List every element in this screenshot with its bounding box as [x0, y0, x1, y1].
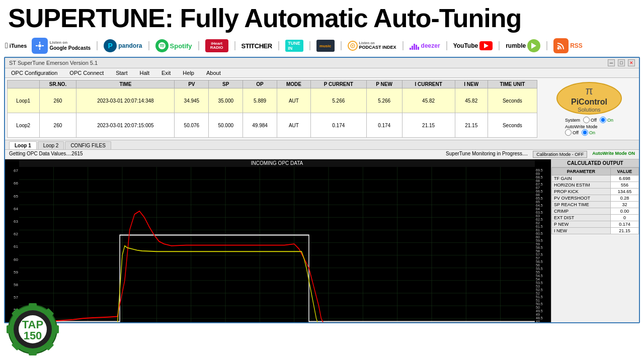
menu-bar: OPC Configuration OPC Connect Start Halt… [5, 68, 639, 78]
menu-start[interactable]: Start [114, 69, 129, 76]
col-pnew: P NEW [366, 80, 402, 88]
param-name: P NEW [552, 221, 611, 228]
close-button[interactable]: ✕ [628, 59, 635, 66]
spotify-icon[interactable]: Spotify [155, 39, 192, 52]
app-title: ST SuperTune Emerson Version 5.1 [9, 60, 98, 66]
param-name: PV OVERSHOOT [552, 195, 611, 202]
table-row: PV OVERSHOOT 0.28 [552, 195, 639, 202]
separator [148, 41, 149, 50]
cell-loop: Loop2 [8, 113, 40, 138]
picontrol-logo-area: π PiControl Solutions System Off On Auto… [541, 80, 637, 138]
autowrite-off-radio[interactable]: Off [565, 129, 579, 136]
cell-time: 2023-03-01 20:07:15:005 [76, 113, 175, 138]
system-off-radio[interactable]: Off [583, 117, 597, 123]
tabs-area: Loop 1 Loop 2 CONFIG FILES [5, 140, 639, 150]
col-sp: SP [209, 80, 243, 88]
system-on-radio[interactable]: On [600, 117, 613, 123]
app-window: ST SuperTune Emerson Version 5.1 ─ □ ✕ O… [4, 57, 640, 323]
cell-pv: 50.076 [175, 113, 209, 138]
autowrite-on-radio[interactable]: On [582, 129, 595, 136]
param-value: 0.00 [610, 208, 638, 215]
tab-config-files[interactable]: CONFIG FILES [65, 141, 111, 149]
menu-about[interactable]: About [204, 69, 223, 76]
stitcher-icon[interactable]: STITCHER [242, 42, 272, 50]
separator [546, 41, 547, 50]
svg-point-7 [352, 45, 353, 47]
picontrol-logo: π PiControl Solutions [556, 82, 622, 115]
table-row: I NEW 21.15 [552, 228, 639, 234]
separator [309, 41, 310, 50]
table-row: SP REACH TIME 32 [552, 202, 639, 208]
tunein-icon[interactable]: TUNEIN [285, 40, 303, 52]
param-name: PROP KICK [552, 189, 611, 195]
cell-sp: 50.000 [209, 113, 243, 138]
param-name: TF GAIN [552, 175, 611, 182]
itunes-icon[interactable]:  iTunes [5, 41, 27, 50]
table-row: HORIZON ESTIM 556 [552, 182, 639, 189]
loop-data-table: SR.NO. TIME PV SP OP MODE P CURRENT P NE… [7, 80, 537, 138]
output-table: PARAMETER VALUE TF GAIN 6.698 HORIZON ES… [551, 167, 639, 234]
col-pcurrent: P CURRENT [310, 80, 366, 88]
svg-point-0 [38, 44, 41, 47]
pandora-icon[interactable]: P pandora [104, 39, 142, 52]
menu-exit[interactable]: Exit [159, 69, 173, 76]
rss-icon[interactable]: RSS [553, 38, 583, 53]
cell-time: 2023-03-01 20:07:14:348 [76, 88, 175, 113]
menu-opc-config[interactable]: OPC Configuration [9, 69, 59, 76]
table-row: PROP KICK 134.65 [552, 189, 639, 195]
svg-text:150: 150 [24, 329, 42, 342]
separator [234, 41, 235, 50]
table-row: TF GAIN 6.698 [552, 175, 639, 182]
svg-rect-46 [53, 325, 59, 333]
title-bar: ST SuperTune Emerson Version 5.1 ─ □ ✕ [5, 58, 639, 68]
param-value: 32 [610, 202, 638, 208]
table-row: P NEW 0.174 [552, 221, 639, 228]
separator [446, 41, 447, 50]
col-timeunit: TIME UNIT [488, 80, 537, 88]
cell-sp: 35.000 [209, 88, 243, 113]
menu-halt[interactable]: Halt [137, 69, 151, 76]
cell-op: 5.889 [243, 88, 277, 113]
header: SUPERTUNE: Fully Automatic Auto-Tuning [0, 0, 644, 35]
cell-pnew: 5.266 [366, 88, 402, 113]
cell-mode: AUT [277, 113, 310, 138]
col-time: TIME [76, 80, 175, 88]
podcast-index-icon[interactable]: Listen on PODCAST INDEX [348, 41, 396, 51]
svg-rect-10 [414, 44, 415, 50]
status-left: Getting OPC Data Values....2615 [9, 151, 83, 158]
maximize-button[interactable]: □ [618, 59, 625, 66]
menu-help[interactable]: Help [181, 69, 196, 76]
minimize-button[interactable]: ─ [608, 59, 615, 66]
tab-loop1[interactable]: Loop 1 [9, 141, 37, 149]
y-axis-right: 69.5 69 68.5 68 67.5 67 66.5 66 65.5 65 … [535, 159, 551, 323]
param-name: EXT DIST [552, 215, 611, 221]
cell-pcurrent: 5.266 [310, 88, 366, 113]
chart-title: INCOMING OPC DATA [19, 159, 535, 167]
iheart-radio-icon[interactable]: iHeartRADIO [205, 39, 228, 52]
col-parameter: PARAMETER [552, 168, 611, 175]
cell-inew: 21.15 [455, 113, 488, 138]
rumble-icon[interactable]: rumble [506, 39, 540, 52]
calibration-mode-button[interactable]: Calibration Mode - OFF [533, 151, 587, 158]
cell-loop: Loop1 [8, 88, 40, 113]
menu-opc-connect[interactable]: OPC Connect [67, 69, 106, 76]
separator [97, 41, 98, 50]
param-value: 0 [610, 215, 638, 221]
param-value: 556 [610, 182, 638, 189]
google-podcasts-icon[interactable]: Listen on Google Podcasts [32, 38, 91, 54]
window-controls: ─ □ ✕ [608, 59, 635, 66]
separator [341, 41, 342, 50]
cell-timeunit: Seconds [488, 113, 537, 138]
table-row: EXT DIST 0 [552, 215, 639, 221]
svg-rect-47 [7, 325, 13, 333]
deezer-icon[interactable]: deezer [410, 42, 440, 50]
youtube-icon[interactable]: YouTube [453, 41, 493, 50]
y-axis-left: 67 66 65 64 63 62 61 60 59 58 57 56 55 5… [5, 159, 19, 323]
col-loop [8, 80, 40, 88]
param-name: SP REACH TIME [552, 202, 611, 208]
cell-srno: 260 [39, 88, 76, 113]
col-op: OP [243, 80, 277, 88]
amazon-music-icon[interactable]: music [316, 40, 335, 52]
tab-loop2[interactable]: Loop 2 [38, 141, 64, 149]
param-name: I NEW [552, 228, 611, 234]
